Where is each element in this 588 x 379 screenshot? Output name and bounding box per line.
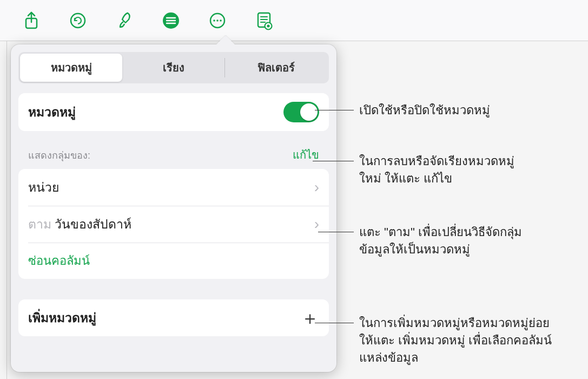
- organize-popover: หมวดหมู่ เรียง ฟิลเตอร์ หมวดหมู่ แสดงกลุ…: [11, 44, 336, 372]
- group-row-by[interactable]: ตาม วันของสัปดาห์ ›: [18, 206, 329, 243]
- more-button[interactable]: [196, 8, 239, 34]
- toggle-knob: [300, 103, 318, 121]
- share-button[interactable]: [10, 8, 53, 34]
- group-row-by-label: วันของสัปดาห์: [55, 214, 131, 234]
- callout-line: [315, 110, 354, 110]
- share-icon: [23, 11, 39, 30]
- category-toggle-card: หมวดหมู่: [18, 93, 329, 131]
- callout-4: ในการเพิ่มหมวดหมู่หรือหมวดหมู่ย่อย ให้แต…: [359, 315, 552, 367]
- plus-icon: ＋: [301, 309, 319, 327]
- add-category-button[interactable]: เพิ่มหมวดหมู่ ＋: [18, 299, 329, 336]
- category-toggle-label: หมวดหมู่: [28, 102, 76, 122]
- svg-point-1: [71, 14, 85, 28]
- tab-filter[interactable]: ฟิลเตอร์: [225, 54, 327, 82]
- tab-category[interactable]: หมวดหมู่: [20, 54, 122, 82]
- organize-button[interactable]: [149, 8, 193, 34]
- undo-button[interactable]: [56, 8, 100, 34]
- category-toggle[interactable]: [283, 102, 319, 122]
- hide-column-label: ซ่อนคอลัมน์: [28, 251, 90, 270]
- group-row-unit[interactable]: หน่วย ›: [18, 169, 329, 206]
- callout-line: [313, 161, 354, 161]
- callout-line: [315, 323, 354, 323]
- reader-button[interactable]: [242, 8, 286, 34]
- add-category-card: เพิ่มหมวดหมู่ ＋: [18, 299, 329, 336]
- svg-point-9: [267, 24, 269, 27]
- svg-point-5: [216, 19, 219, 22]
- groups-header: แสดงกลุ่มของ: แก้ไข: [18, 146, 329, 169]
- add-category-label: เพิ่มหมวดหมู่: [28, 308, 96, 328]
- more-icon: [208, 11, 227, 30]
- tab-sort[interactable]: เรียง: [122, 54, 224, 82]
- segmented-control: หมวดหมู่ เรียง ฟิลเตอร์: [18, 52, 329, 83]
- svg-point-6: [220, 19, 222, 22]
- group-row-label: หน่วย: [28, 178, 59, 197]
- toolbar: [0, 0, 588, 41]
- reader-icon: [255, 11, 273, 30]
- callout-3: แตะ "ตาม" เพื่อเปลี่ยนวิธีจัดกลุ่ม ข้อมู…: [359, 224, 522, 258]
- organize-icon: [162, 11, 180, 30]
- format-button[interactable]: [103, 8, 146, 34]
- groups-header-label: แสดงกลุ่มของ:: [28, 147, 90, 163]
- callout-line: [318, 232, 354, 232]
- undo-icon: [69, 11, 87, 30]
- groups-list: หน่วย › ตาม วันของสัปดาห์ › ซ่อนคอลัมน์: [18, 169, 329, 279]
- chevron-right-icon: ›: [314, 215, 319, 233]
- brush-icon: [116, 11, 133, 30]
- window-edge: [6, 41, 7, 379]
- callout-2: ในการลบหรือจัดเรียงหมวดหมู่ ใหม่ ให้แตะ …: [359, 153, 514, 187]
- callout-1: เปิดใช้หรือปิดใช้หมวดหมู่: [359, 102, 490, 119]
- svg-point-4: [213, 19, 215, 22]
- hide-column-row[interactable]: ซ่อนคอลัมน์: [18, 243, 329, 279]
- by-prefix: ตาม: [28, 214, 51, 234]
- chevron-right-icon: ›: [314, 179, 319, 196]
